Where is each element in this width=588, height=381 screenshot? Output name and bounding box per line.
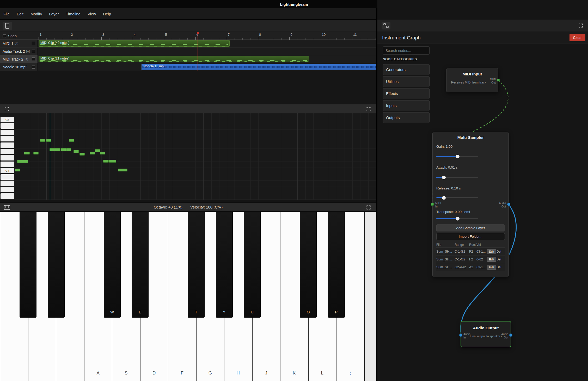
midi-clip[interactable]: MIDI Clip (40 notes) (39, 40, 230, 47)
white-key[interactable] (364, 212, 377, 381)
delete-sample-button[interactable]: Del (497, 250, 501, 253)
roll-key[interactable] (1, 155, 14, 160)
black-key[interactable]: E (132, 212, 149, 318)
audio-out-port[interactable] (507, 203, 510, 206)
track-lane[interactable]: Noodle 18.mp3 (38, 63, 376, 71)
roll-key[interactable] (1, 123, 14, 129)
roll-key[interactable] (1, 136, 14, 141)
audio-in-port[interactable] (459, 334, 462, 337)
slider-knob[interactable] (456, 155, 460, 158)
roll-key[interactable] (1, 149, 14, 154)
midi-note[interactable] (79, 153, 85, 156)
piano-roll-grid[interactable] (15, 113, 376, 200)
slider-knob[interactable] (442, 196, 446, 200)
midi-note[interactable] (66, 148, 71, 151)
transpose-slider[interactable] (436, 218, 478, 219)
search-input[interactable] (383, 46, 430, 55)
midi-note[interactable] (69, 139, 74, 142)
keyboard-expand-button[interactable] (365, 204, 372, 211)
track-header[interactable]: MIDI 1[A] (0, 40, 38, 47)
track-header[interactable]: Audio Track 2[A] (0, 47, 38, 55)
project-button[interactable] (3, 22, 12, 30)
track-header[interactable]: MIDI Track 2[A] (0, 55, 38, 63)
roll-expand-button[interactable] (365, 106, 372, 112)
black-key[interactable]: W (104, 212, 121, 318)
snap-checkbox[interactable] (3, 34, 6, 38)
track-arm-checkbox[interactable] (32, 42, 35, 45)
roll-key[interactable] (1, 130, 14, 135)
midi-note[interactable] (61, 148, 66, 151)
black-key[interactable]: O (300, 212, 317, 318)
edit-sample-button[interactable]: Edit (487, 265, 496, 270)
midi-note[interactable] (33, 152, 39, 154)
menu-layer[interactable]: Layer (49, 12, 59, 16)
midi-note[interactable] (46, 139, 51, 142)
add-sample-layer-button[interactable]: Add Sample Layer (436, 224, 505, 231)
roll-key[interactable] (1, 181, 14, 186)
black-key[interactable]: U (244, 212, 261, 318)
black-key[interactable]: T (188, 212, 205, 318)
ruler-lane[interactable]: 1234567891011 (38, 32, 376, 40)
roll-key[interactable]: C5 (1, 117, 14, 122)
track-arm-checkbox[interactable] (32, 50, 35, 53)
import-folder-button[interactable]: Import Folder... (436, 233, 505, 240)
track-arm-checkbox[interactable] (32, 57, 35, 61)
midi-note[interactable] (15, 169, 20, 171)
black-key[interactable]: Y (216, 212, 233, 318)
piano-roll[interactable]: C5C4 (0, 113, 376, 200)
midi-out-port[interactable] (497, 79, 500, 81)
slider-knob[interactable] (442, 176, 446, 179)
node-audio-output[interactable]: Audio Output Final output to speakers Au… (461, 321, 511, 347)
roll-key[interactable] (1, 142, 14, 148)
gain-slider[interactable] (436, 156, 478, 157)
midi-note[interactable] (103, 160, 108, 163)
black-key[interactable] (48, 212, 65, 318)
menu-help[interactable]: Help (103, 12, 111, 16)
midi-clip[interactable]: MIDI Clip (21 notes) (39, 56, 309, 62)
category-generators[interactable]: Generators (383, 64, 430, 75)
category-effects[interactable]: Effects (383, 88, 430, 99)
track-arm-checkbox[interactable] (32, 65, 35, 69)
audio-clip[interactable]: Noodle 18.mp3 (142, 64, 376, 70)
track-lane[interactable] (38, 47, 376, 55)
track-lane[interactable]: MIDI Clip (21 notes) (38, 55, 376, 63)
roll-key[interactable] (1, 162, 14, 167)
category-inputs[interactable]: Inputs (383, 100, 430, 111)
roll-key[interactable]: C4 (1, 168, 14, 173)
menu-edit[interactable]: Edit (17, 12, 23, 16)
node-midi-input[interactable]: MIDI Input Receives MIDI from track MIDI… (446, 68, 498, 92)
midi-note[interactable] (100, 152, 105, 154)
midi-note[interactable] (17, 160, 28, 163)
midi-note[interactable] (40, 139, 45, 142)
audio-out-port[interactable] (509, 334, 512, 337)
category-utilities[interactable]: Utilities (383, 76, 430, 87)
track-header[interactable]: Noodle 18.mp3 (0, 63, 38, 71)
edit-sample-button[interactable]: Edit (487, 249, 496, 254)
timeline-ruler[interactable]: Snap 1234567891011 (0, 32, 376, 40)
roll-popout-button[interactable] (4, 106, 10, 112)
roll-key[interactable] (1, 174, 14, 180)
menu-file[interactable]: File (3, 12, 10, 16)
roll-key[interactable] (1, 193, 14, 199)
roll-playhead[interactable] (50, 113, 50, 200)
delete-sample-button[interactable]: Del (497, 258, 501, 261)
track-lane[interactable]: MIDI Clip (40 notes) (38, 40, 376, 47)
delete-sample-button[interactable]: Del (497, 265, 501, 269)
midi-note[interactable] (24, 152, 30, 154)
category-outputs[interactable]: Outputs (383, 112, 430, 123)
menu-timeline[interactable]: Timeline (66, 12, 81, 16)
graph-canvas[interactable]: NODE CATEGORIES GeneratorsUtilitiesEffec… (377, 44, 588, 381)
roll-key[interactable] (1, 187, 14, 192)
midi-note[interactable] (90, 152, 95, 154)
release-slider[interactable] (436, 197, 478, 198)
midi-note[interactable] (118, 169, 127, 171)
black-key[interactable]: P (328, 212, 345, 318)
midi-note[interactable] (95, 149, 100, 152)
node-multi-sampler[interactable]: Multi Sampler Gain: 1.00 Attack: 0.01 s … (432, 132, 509, 277)
menu-view[interactable]: View (88, 12, 96, 16)
midi-note[interactable] (74, 150, 79, 153)
black-key[interactable] (20, 212, 36, 318)
edit-sample-button[interactable]: Edit (487, 257, 496, 262)
midi-note[interactable] (50, 148, 60, 151)
attack-slider[interactable] (436, 177, 478, 178)
